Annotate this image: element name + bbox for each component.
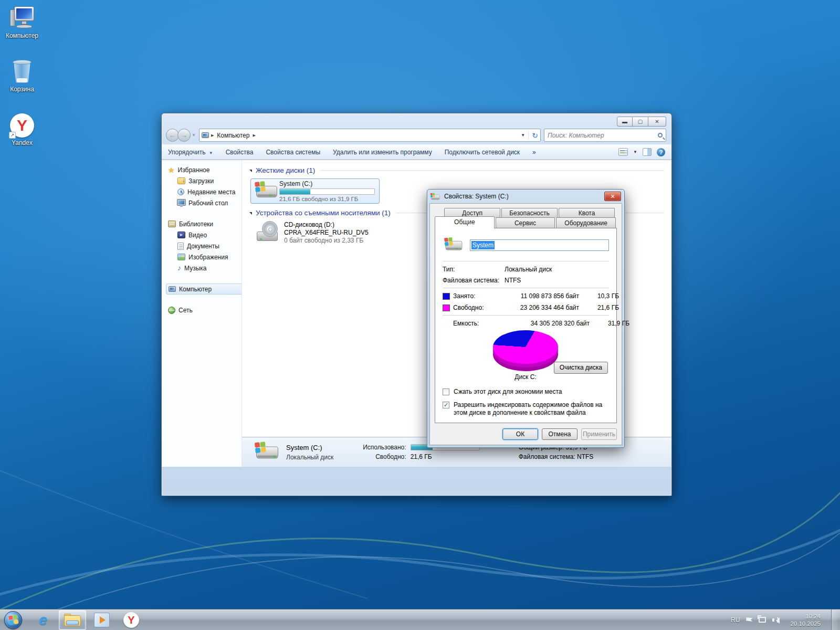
address-dropdown-icon[interactable]: ▼ <box>521 133 525 138</box>
navigation-pane: ★Избранное Загрузки Недавние места Рабоч… <box>162 160 242 467</box>
search-icon[interactable] <box>658 133 663 138</box>
used-bytes: 11 098 873 856 байт <box>501 292 579 300</box>
windows-orb-icon <box>8 615 18 625</box>
sidebar-item-computer[interactable]: Компьютер <box>166 284 242 295</box>
compress-disk-label: Сжать этот диск для экономии места <box>454 388 562 396</box>
language-indicator[interactable]: RU <box>731 616 740 624</box>
documents-icon <box>177 243 184 250</box>
properties-dialog: Свойства: System (C:) ✕ Доступ Безопасно… <box>427 189 625 448</box>
nav-buttons: ← → ▼ <box>166 129 196 142</box>
dialog-close-button[interactable]: ✕ <box>604 192 621 201</box>
allow-indexing-checkbox-row[interactable]: ✓ Разрешить индексировать содержимое фай… <box>443 401 609 417</box>
sidebar-item-music[interactable]: ♪Музыка <box>166 262 242 274</box>
fs-label: Файловая система: <box>443 277 505 284</box>
sidebar-item-downloads[interactable]: Загрузки <box>166 175 242 186</box>
views-dropdown-icon[interactable]: ▼ <box>633 150 637 154</box>
cd-volume: CPRA_X64FRE_RU-RU_DV5 <box>284 229 369 237</box>
refresh-icon[interactable]: ↻ <box>528 131 538 140</box>
help-icon[interactable]: ? <box>657 148 665 156</box>
windows-flag-icon <box>255 442 267 454</box>
cd-name: CD-дисковод (D:) <box>284 221 369 229</box>
toolbar-overflow[interactable]: » <box>532 149 536 156</box>
windows-flag-icon <box>255 181 266 193</box>
cd-drive-icon <box>256 221 279 242</box>
taskbar-explorer-button[interactable] <box>59 610 86 630</box>
music-icon: ♪ <box>177 265 181 271</box>
internet-explorer-icon: e <box>39 613 47 627</box>
chevron-down-icon: ▼ <box>209 151 213 155</box>
network-tray-icon[interactable] <box>759 617 766 623</box>
tab-hardware[interactable]: Оборудование <box>556 217 616 228</box>
dialog-titlebar[interactable]: Свойства: System (C:) ✕ <box>429 190 622 203</box>
sidebar-item-video[interactable]: Видео <box>166 229 242 240</box>
free-bytes: 23 206 334 464 байт <box>501 304 579 311</box>
taskbar-ie-button[interactable]: e <box>29 610 57 630</box>
sidebar-item-desktop[interactable]: Рабочий стол <box>166 197 242 208</box>
sidebar-item-pictures[interactable]: Изображения <box>166 251 242 262</box>
desktop-icon-label: Yandex <box>0 139 44 146</box>
checkbox-unchecked[interactable] <box>443 388 449 395</box>
disk-cleanup-button[interactable]: Очистка диска <box>554 362 608 374</box>
volume-name-input[interactable]: System <box>470 239 609 251</box>
toolbar-organize[interactable]: Упорядочить ▼ <box>168 149 213 156</box>
toolbar-system-properties[interactable]: Свойства системы <box>266 149 320 156</box>
search-box[interactable]: Поиск: Компьютер <box>544 129 666 142</box>
nav-history-dropdown-icon[interactable]: ▼ <box>192 133 196 138</box>
network-icon <box>168 307 175 314</box>
free-color-swatch <box>443 304 450 311</box>
explorer-titlebar[interactable]: ▬ ▢ ✕ <box>162 113 671 128</box>
libraries-icon <box>168 220 176 227</box>
tab-service[interactable]: Сервис <box>496 217 555 228</box>
action-center-flag-icon[interactable] <box>746 617 752 622</box>
views-icon[interactable] <box>618 148 628 156</box>
toolbar-properties[interactable]: Свойства <box>226 149 254 156</box>
hard-drive-icon <box>255 442 279 462</box>
taskbar: e Y RU 10:24 20.10.2025 <box>0 609 840 630</box>
compress-disk-checkbox-row[interactable]: Сжать этот диск для экономии места <box>443 388 609 396</box>
tab-general[interactable]: Общие <box>435 216 495 228</box>
drive-free-text: 21,6 ГБ свободно из 31,9 ГБ <box>279 196 375 202</box>
capacity-bytes: 34 305 208 320 байт <box>512 320 590 327</box>
desktop-icon-label: Компьютер <box>0 32 44 39</box>
breadcrumb-arrow-icon: ▶ <box>211 133 214 138</box>
preview-pane-icon[interactable] <box>643 148 652 156</box>
start-button[interactable] <box>4 611 22 629</box>
sidebar-item-libraries[interactable]: Библиотеки <box>166 218 242 229</box>
clock[interactable]: 10:24 20.10.2025 <box>786 613 825 627</box>
address-bar[interactable]: ▶ Компьютер ▶ ▼ ↻ <box>199 129 541 142</box>
taskbar-yandex-button[interactable]: Y <box>118 610 145 630</box>
sidebar-item-network[interactable]: Сеть <box>166 304 242 316</box>
show-desktop-button[interactable] <box>831 610 838 630</box>
sidebar-item-favorites[interactable]: ★Избранное <box>166 164 242 175</box>
sidebar-item-documents[interactable]: Документы <box>166 240 242 251</box>
tab-security[interactable]: Безопасность <box>501 208 558 218</box>
cancel-button[interactable]: Отмена <box>542 428 578 440</box>
taskbar-media-player-button[interactable] <box>88 610 116 630</box>
close-button[interactable]: ✕ <box>648 117 666 127</box>
toolbar-uninstall-program[interactable]: Удалить или изменить программу <box>333 149 432 156</box>
forward-button[interactable]: → <box>177 129 191 142</box>
pie-chart-label: Диск C: <box>493 373 558 381</box>
ok-button[interactable]: ОК <box>502 428 538 440</box>
desktop-icon-yandex[interactable]: Y↗ Yandex <box>0 110 44 146</box>
breadcrumb-arrow-icon: ▶ <box>253 133 255 138</box>
recycle-bin-icon <box>12 59 33 84</box>
toolbar-map-network-drive[interactable]: Подключить сетевой диск <box>445 149 520 156</box>
type-label: Тип: <box>443 266 505 273</box>
yandex-icon: Y↗ <box>10 113 34 138</box>
tab-quota[interactable]: Квота <box>559 208 615 218</box>
used-label: Занято: <box>453 292 501 300</box>
maximize-button[interactable]: ▢ <box>633 117 648 127</box>
recent-places-icon <box>177 188 184 195</box>
group-header-hard-disks[interactable]: Жесткие диски (1) <box>249 166 664 174</box>
clock-date: 20.10.2025 <box>790 620 821 627</box>
drive-item-system-c[interactable]: System (C:) 21,6 ГБ свободно из 31,9 ГБ <box>250 178 380 204</box>
volume-tray-icon[interactable] <box>772 617 780 623</box>
details-free-label: Свободно: <box>363 453 406 460</box>
desktop-icon-computer[interactable]: Компьютер <box>0 3 44 39</box>
breadcrumb-computer[interactable]: Компьютер <box>216 132 250 139</box>
desktop-icon-recycle-bin[interactable]: Корзина <box>0 57 44 93</box>
sidebar-item-recent-places[interactable]: Недавние места <box>166 186 242 197</box>
checkbox-checked[interactable]: ✓ <box>443 402 449 408</box>
minimize-button[interactable]: ▬ <box>617 117 633 127</box>
